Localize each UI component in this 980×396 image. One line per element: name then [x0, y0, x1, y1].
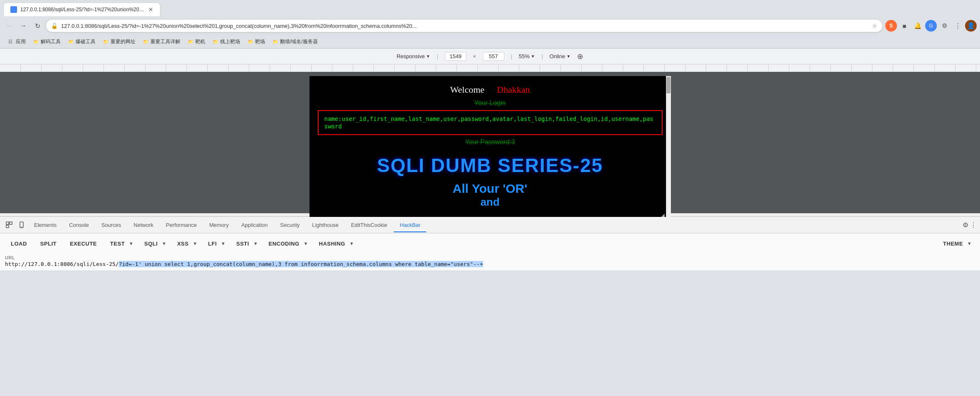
hackbar-sqli-btn[interactable]: SQLI: [138, 238, 161, 249]
hackbar-theme-dropdown[interactable]: THEME ▼: [937, 238, 975, 249]
hackbar-load-btn[interactable]: LOAD: [5, 238, 33, 249]
bookmark-label: 靶场: [255, 38, 265, 45]
tab-security[interactable]: Security: [274, 219, 305, 232]
hashing-dropdown-arrow[interactable]: ▼: [349, 239, 357, 248]
hackbar-xss-dropdown[interactable]: XSS ▼: [171, 238, 200, 249]
test-dropdown-arrow[interactable]: ▼: [128, 239, 137, 248]
dimension-separator: ×: [473, 54, 476, 59]
tab-title: 127.0.0.1:8086/sqli/Less-25/?id=-1%27%20…: [20, 7, 145, 12]
resize-handle[interactable]: ◢: [660, 212, 665, 217]
devtools-more-icon[interactable]: ⋮: [970, 221, 977, 229]
devtools-inspect-btn[interactable]: [3, 219, 15, 231]
sqli-dropdown-arrow[interactable]: ▼: [161, 239, 170, 248]
website-frame: Welcome Dhakkan Your Login name:user_id,…: [309, 76, 671, 217]
folder-icon: 📁: [103, 39, 109, 45]
lfi-dropdown-arrow[interactable]: ▼: [220, 239, 229, 248]
welcome-row: Welcome Dhakkan: [318, 84, 663, 95]
url-base-text: http://127.0.0.1:8086/sqli/Less-25/: [5, 261, 119, 267]
hackbar-lfi-dropdown[interactable]: LFI ▼: [202, 238, 229, 249]
tab-network[interactable]: Network: [128, 219, 160, 232]
hackbar-test-dropdown[interactable]: TEST ▼: [104, 238, 137, 249]
rotate-icon[interactable]: ⊕: [577, 52, 583, 61]
avatar-icon[interactable]: 👤: [965, 20, 977, 32]
bookmark-online-range[interactable]: 📁 线上靶场: [209, 37, 243, 47]
accounts-icon[interactable]: G: [925, 20, 937, 32]
bookmark-label: 重要工具详解: [150, 38, 180, 45]
hackbar-buttons-row: LOAD SPLIT EXECUTE TEST ▼ SQLI ▼ XSS ▼ L…: [0, 234, 980, 253]
active-tab[interactable]: 127.0.0.1:8086/sqli/Less-25/?id=-1%27%20…: [3, 2, 160, 16]
puzzle-icon[interactable]: ⚙: [938, 20, 950, 32]
hackbar-theme-btn[interactable]: THEME: [937, 238, 966, 249]
hackbar-ssti-btn[interactable]: SSTI: [231, 238, 253, 249]
bookmark-label: 应用: [16, 38, 26, 45]
bookmarks-bar: ☷ 应用 📁 解码工具 📁 爆破工具 📁 重要的网址 📁 重要工具详解 📁 靶机…: [0, 35, 980, 49]
hackbar-ssti-dropdown[interactable]: SSTI ▼: [231, 238, 261, 249]
bookmark-label: 翻墙/域名/服务器: [280, 38, 318, 45]
encoding-dropdown-arrow[interactable]: ▼: [303, 239, 312, 248]
xss-dropdown-arrow[interactable]: ▼: [192, 239, 201, 248]
devtools-mobile-btn[interactable]: [16, 219, 27, 231]
resp-divider3: |: [542, 54, 543, 59]
more-icon[interactable]: ⋮: [952, 20, 963, 32]
ruler-marks: [0, 64, 980, 71]
tab-hackbar[interactable]: HackBar: [394, 219, 426, 232]
extensions-icon[interactable]: ■: [899, 20, 910, 32]
tab-memory[interactable]: Memory: [204, 219, 235, 232]
hackbar-sqli-dropdown[interactable]: SQLI ▼: [138, 238, 169, 249]
tab-lighthouse[interactable]: Lighthouse: [306, 219, 344, 232]
frame-scrollbar[interactable]: [666, 76, 671, 217]
tab-performance[interactable]: Performance: [160, 219, 202, 232]
zoom-dropdown[interactable]: 55% ▼: [519, 53, 535, 59]
chrome-tabs-bar: 127.0.0.1:8086/sqli/Less-25/?id=-1%27%20…: [0, 2, 980, 16]
tab-elements[interactable]: Elements: [28, 219, 62, 232]
folder-icon: 📁: [248, 39, 253, 45]
bookmark-star-icon[interactable]: ☆: [872, 22, 877, 29]
result-box: name:user_id,first_name,last_name,user,p…: [318, 110, 663, 135]
reload-button[interactable]: ↻: [32, 20, 43, 32]
your-login-text: Your Login: [318, 99, 663, 107]
hackbar-xss-btn[interactable]: XSS: [171, 238, 192, 249]
bookmark-bruteforce[interactable]: 📁 爆破工具: [65, 37, 99, 47]
online-dropdown[interactable]: Online ▼: [550, 53, 570, 59]
tab-console[interactable]: Console: [63, 219, 95, 232]
ruler: [0, 64, 980, 72]
tab-editthiscookie[interactable]: EditThisCookie: [345, 219, 393, 232]
back-button[interactable]: ←: [3, 20, 15, 32]
bookmark-decode[interactable]: 📁 解码工具: [30, 37, 64, 47]
hackbar-hashing-dropdown[interactable]: HASHING ▼: [313, 238, 357, 249]
devtools-right-controls: ⚙ ⋮: [963, 221, 977, 229]
forward-button[interactable]: →: [17, 20, 29, 32]
address-bar[interactable]: 🔓 127.0.0.1:8086/sqli/Less-25/?id=-1%27%…: [46, 19, 883, 32]
hackbar-execute-btn[interactable]: EXECUTE: [64, 238, 103, 249]
bookmark-tools-detail[interactable]: 📁 重要工具详解: [140, 37, 184, 47]
url-highlighted-text: ?id=-1' union select 1,group_concat(colu…: [119, 261, 483, 267]
hackbar-encoding-btn[interactable]: ENCODING: [263, 238, 303, 249]
height-input[interactable]: [483, 52, 504, 61]
hackbar-test-btn[interactable]: TEST: [104, 238, 128, 249]
tab-close-btn[interactable]: ✕: [148, 6, 153, 13]
hackbar-encoding-dropdown[interactable]: ENCODING ▼: [263, 238, 312, 249]
sqli-subtitle2: and: [318, 196, 663, 209]
bookmark-range[interactable]: 📁 靶场: [244, 37, 268, 47]
hackbar-lfi-btn[interactable]: LFI: [202, 238, 220, 249]
devtools-settings-icon[interactable]: ⚙: [963, 221, 968, 229]
result-text: name:user_id,first_name,last_name,user,p…: [324, 116, 653, 130]
ssti-dropdown-arrow[interactable]: ▼: [253, 239, 261, 248]
dhakkan-text: Dhakkan: [497, 84, 530, 95]
sqli-title: SQLI DUMB SERIES-25: [318, 154, 663, 177]
responsive-dropdown[interactable]: Responsive ▼: [397, 53, 430, 59]
profile-icon[interactable]: S: [885, 20, 897, 32]
bookmark-apps[interactable]: ☷ 应用: [5, 37, 29, 47]
theme-dropdown-arrow[interactable]: ▼: [966, 239, 975, 248]
bookmark-target[interactable]: 📁 靶机: [184, 37, 209, 47]
hackbar-hashing-btn[interactable]: HASHING: [313, 238, 349, 249]
tab-application[interactable]: Application: [236, 219, 274, 232]
bookmark-vpn[interactable]: 📁 翻墙/域名/服务器: [269, 37, 321, 47]
folder-icon: 📁: [68, 39, 74, 45]
hackbar-split-btn[interactable]: SPLIT: [34, 238, 62, 249]
width-input[interactable]: [445, 52, 467, 61]
folder-icon: 📁: [213, 39, 219, 45]
notifications-bell-icon[interactable]: 🔔: [912, 20, 924, 32]
bookmark-important-sites[interactable]: 📁 重要的网址: [100, 37, 139, 47]
tab-sources[interactable]: Sources: [96, 219, 127, 232]
